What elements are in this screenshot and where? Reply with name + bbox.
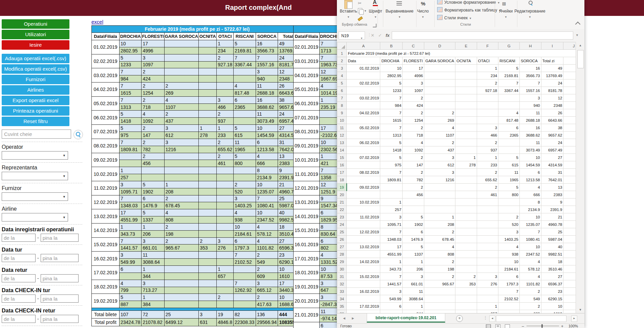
excel-cell[interactable] bbox=[347, 132, 380, 139]
excel-row-number[interactable]: 29 bbox=[337, 258, 347, 265]
excel-cell[interactable]: 4 bbox=[424, 124, 455, 132]
excel-cell[interactable]: 2 bbox=[403, 124, 424, 132]
excel-cell[interactable]: 615 bbox=[498, 161, 520, 169]
excel-cell[interactable]: 8181.78 bbox=[541, 87, 563, 94]
excel-cell[interactable]: 6290.15 bbox=[541, 295, 563, 303]
formula-input[interactable] bbox=[392, 31, 573, 40]
excel-cell[interactable] bbox=[347, 295, 380, 303]
excel-cell[interactable] bbox=[347, 87, 380, 94]
excel-cell[interactable] bbox=[455, 243, 477, 251]
excel-cell[interactable]: 10 bbox=[498, 258, 520, 265]
excel-cell[interactable]: 2 bbox=[403, 154, 424, 161]
excel-cell[interactable]: 1 bbox=[403, 303, 424, 310]
excel-cell[interactable]: 1476.9 bbox=[403, 236, 424, 243]
excel-row-number[interactable]: 10 bbox=[337, 117, 347, 124]
excel-cell[interactable]: 2 bbox=[403, 94, 424, 102]
excel-cell[interactable]: Data bbox=[347, 57, 380, 65]
excel-cell[interactable]: 424 bbox=[403, 102, 424, 109]
excel-cell[interactable]: 800 bbox=[498, 191, 520, 198]
excel-row-number[interactable]: 18 bbox=[337, 176, 347, 184]
excel-cell[interactable]: 2 bbox=[424, 228, 455, 236]
excel-row-number[interactable]: 16 bbox=[337, 161, 347, 169]
excel-cell[interactable] bbox=[477, 236, 498, 243]
excel-cell[interactable] bbox=[455, 265, 477, 273]
sidebar-button-reset-filtru[interactable]: Reset filtru bbox=[2, 117, 69, 126]
cell-styles-button[interactable]: Стили ячеек▼ bbox=[437, 15, 472, 22]
search-button[interactable] bbox=[73, 130, 83, 139]
excel-cell[interactable]: 1 bbox=[403, 258, 424, 265]
excel-cell[interactable] bbox=[347, 117, 380, 124]
excel-cell[interactable]: 24 bbox=[541, 139, 563, 146]
excel-cell[interactable] bbox=[477, 198, 498, 206]
search-input[interactable] bbox=[2, 130, 71, 139]
excel-row-number[interactable]: 21 bbox=[337, 198, 347, 206]
excel-cell[interactable] bbox=[403, 206, 424, 213]
excel-cell[interactable]: 2348 bbox=[541, 102, 563, 109]
excel-cell[interactable]: 549.99 bbox=[380, 295, 403, 303]
confirm-entry-icon[interactable]: ✓ bbox=[378, 31, 382, 40]
excel-cell[interactable]: 3688.62 bbox=[519, 132, 541, 139]
excel-cell[interactable] bbox=[347, 102, 380, 109]
excel-cell[interactable]: 1557.16 bbox=[519, 87, 541, 94]
excel-cell[interactable]: 6 bbox=[498, 124, 520, 132]
excel-cell[interactable]: OCNITA bbox=[455, 57, 477, 65]
excel-cell[interactable]: 2184.61 bbox=[498, 265, 520, 273]
excel-cell[interactable] bbox=[424, 79, 455, 87]
excel-cell[interactable]: 2 bbox=[424, 109, 455, 117]
excel-cell[interactable]: 940 bbox=[519, 102, 541, 109]
excel-cell[interactable]: 984 bbox=[380, 102, 403, 109]
excel-cell[interactable]: 1 bbox=[477, 303, 498, 310]
excel-cell[interactable] bbox=[455, 146, 477, 154]
excel-cell[interactable] bbox=[455, 102, 477, 109]
excel-cell[interactable]: FLORESTI bbox=[403, 57, 424, 65]
excel-cell[interactable]: 7 bbox=[519, 79, 541, 87]
excel-cell[interactable]: 40 bbox=[541, 243, 563, 251]
excel-cell[interactable]: 655.62 bbox=[477, 176, 498, 184]
excel-cell[interactable]: 938 bbox=[498, 251, 520, 258]
hscroll-right-icon[interactable]: ► bbox=[571, 315, 577, 322]
excel-cell[interactable]: 2 bbox=[424, 139, 455, 146]
excel-cell[interactable]: 1403.25 bbox=[498, 236, 520, 243]
excel-cell[interactable]: 1 bbox=[477, 65, 498, 72]
new-sheet-icon[interactable]: + bbox=[456, 315, 463, 322]
excel-cell[interactable]: 1235.07 bbox=[519, 221, 541, 228]
excel-cell[interactable]: 12.02.2019 bbox=[347, 228, 380, 236]
excel-cell[interactable]: 782 bbox=[403, 176, 424, 184]
excel-cell[interactable]: 10 bbox=[519, 154, 541, 161]
excel-cell[interactable]: 3073.49 bbox=[519, 146, 541, 154]
excel-cell[interactable] bbox=[455, 169, 477, 176]
sheet-next-icon[interactable]: ► bbox=[351, 316, 355, 320]
excel-cell[interactable]: OTACI bbox=[477, 57, 498, 65]
excel-cell[interactable] bbox=[424, 184, 455, 191]
excel-cell[interactable]: 8 bbox=[519, 198, 541, 206]
excel-cell[interactable] bbox=[498, 198, 520, 206]
page-break-view-icon[interactable] bbox=[505, 324, 510, 328]
excel-cell[interactable]: Februarie 2019 (media profit pe zi - 572… bbox=[347, 50, 584, 57]
sidebar-button-operatiuni[interactable]: Operatiuni bbox=[2, 19, 69, 29]
excel-cell[interactable] bbox=[498, 102, 520, 109]
excel-row-number[interactable]: 17 bbox=[337, 169, 347, 176]
excel-cell[interactable]: 3088.64 bbox=[403, 295, 424, 303]
excel-cell[interactable] bbox=[347, 206, 380, 213]
date-to-input[interactable] bbox=[41, 234, 79, 242]
excel-cell[interactable] bbox=[424, 72, 455, 79]
excel-column-header[interactable]: D bbox=[424, 42, 455, 50]
excel-cell[interactable]: 2802.95 bbox=[380, 72, 403, 79]
excel-cell[interactable]: 5 bbox=[403, 213, 424, 221]
excel-cell[interactable] bbox=[347, 176, 380, 184]
excel-cell[interactable]: 5 bbox=[498, 154, 520, 161]
excel-cell[interactable] bbox=[455, 184, 477, 191]
excel-row-number[interactable]: 31 bbox=[337, 273, 347, 280]
excel-cell[interactable]: 578.12 bbox=[519, 265, 541, 273]
excel-cell[interactable]: 27 bbox=[541, 273, 563, 280]
excel-cell[interactable]: 5987.04 bbox=[541, 236, 563, 243]
filter-select-furnizor[interactable]: ▼ bbox=[2, 192, 68, 201]
excel-cell[interactable]: 3 bbox=[519, 94, 541, 102]
excel-cell[interactable] bbox=[347, 146, 380, 154]
excel-cell[interactable]: 1615 bbox=[380, 117, 403, 124]
excel-cell[interactable]: 461 bbox=[477, 191, 498, 198]
excel-cell[interactable] bbox=[477, 295, 498, 303]
sidebar-button-modifica-operatii-excel-csv-[interactable]: Modifica operatii excel(.csv) bbox=[2, 64, 69, 74]
excel-cell[interactable] bbox=[424, 288, 455, 295]
excel-cell[interactable]: 1 bbox=[455, 154, 477, 161]
